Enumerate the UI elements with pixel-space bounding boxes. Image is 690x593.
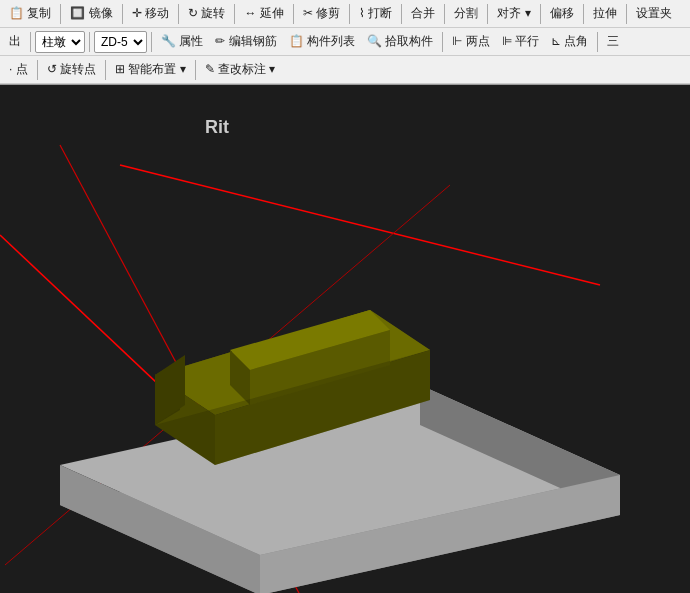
sep12: [626, 4, 627, 24]
component-list-button[interactable]: 📋 构件列表: [284, 30, 360, 53]
align-button[interactable]: 对齐 ▾: [492, 2, 535, 25]
sep20: [195, 60, 196, 80]
trim-button[interactable]: ✂ 修剪: [298, 2, 345, 25]
sep13: [30, 32, 31, 52]
sep5: [293, 4, 294, 24]
sep18: [37, 60, 38, 80]
toolbar-row-1: 📋 复制 🔲 镜像 ✛ 移动 ↻ 旋转 ↔ 延伸 ✂ 修剪 ⌇ 打断 合并 分割…: [0, 0, 690, 28]
sep11: [583, 4, 584, 24]
toolbar-row-3: · 点 ↺ 旋转点 ⊞ 智能布置 ▾ ✎ 查改标注 ▾: [0, 56, 690, 84]
svg-text:Rit: Rit: [205, 117, 229, 137]
sep16: [442, 32, 443, 52]
two-point-button[interactable]: ⊩ 两点: [447, 30, 494, 53]
scene-svg: Rit: [0, 85, 690, 593]
set-grip-button[interactable]: 设置夹: [631, 2, 677, 25]
sep9: [487, 4, 488, 24]
sep6: [349, 4, 350, 24]
mirror-button[interactable]: 🔲 镜像: [65, 2, 117, 25]
extend-button[interactable]: ↔ 延伸: [239, 2, 288, 25]
sep15: [151, 32, 152, 52]
toolbar-row-2: 出 柱墩 ZD-5 🔧 属性 ✏ 编辑钢筋 📋 构件列表 🔍 拾取构件 ⊩ 两点…: [0, 28, 690, 56]
toolbar-container: 📋 复制 🔲 镜像 ✛ 移动 ↻ 旋转 ↔ 延伸 ✂ 修剪 ⌇ 打断 合并 分割…: [0, 0, 690, 85]
sep2: [122, 4, 123, 24]
rotate-button[interactable]: ↻ 旋转: [183, 2, 230, 25]
sep3: [178, 4, 179, 24]
more-button[interactable]: 三: [602, 30, 624, 53]
viewport[interactable]: Rit: [0, 85, 690, 593]
move-button[interactable]: ✛ 移动: [127, 2, 174, 25]
exit-button[interactable]: 出: [4, 30, 26, 53]
pick-component-button[interactable]: 🔍 拾取构件: [362, 30, 438, 53]
element-type-dropdown[interactable]: 柱墩: [35, 31, 85, 53]
edit-rebar-button[interactable]: ✏ 编辑钢筋: [210, 30, 281, 53]
sep14: [89, 32, 90, 52]
point-button[interactable]: · 点: [4, 58, 33, 81]
sep7: [401, 4, 402, 24]
rotate-point-button[interactable]: ↺ 旋转点: [42, 58, 101, 81]
sep17: [597, 32, 598, 52]
sep19: [105, 60, 106, 80]
sep4: [234, 4, 235, 24]
merge-button[interactable]: 合并: [406, 2, 440, 25]
smart-layout-button[interactable]: ⊞ 智能布置 ▾: [110, 58, 191, 81]
stretch-button[interactable]: 拉伸: [588, 2, 622, 25]
check-annotation-button[interactable]: ✎ 查改标注 ▾: [200, 58, 281, 81]
copy-button[interactable]: 📋 复制: [4, 2, 56, 25]
break-button[interactable]: ⌇ 打断: [354, 2, 397, 25]
sep1: [60, 4, 61, 24]
split-button[interactable]: 分割: [449, 2, 483, 25]
sep8: [444, 4, 445, 24]
element-id-dropdown[interactable]: ZD-5: [94, 31, 147, 53]
offset-button[interactable]: 偏移: [545, 2, 579, 25]
property-button[interactable]: 🔧 属性: [156, 30, 208, 53]
sep10: [540, 4, 541, 24]
parallel-button[interactable]: ⊫ 平行: [497, 30, 544, 53]
point-angle-button[interactable]: ⊾ 点角: [546, 30, 593, 53]
